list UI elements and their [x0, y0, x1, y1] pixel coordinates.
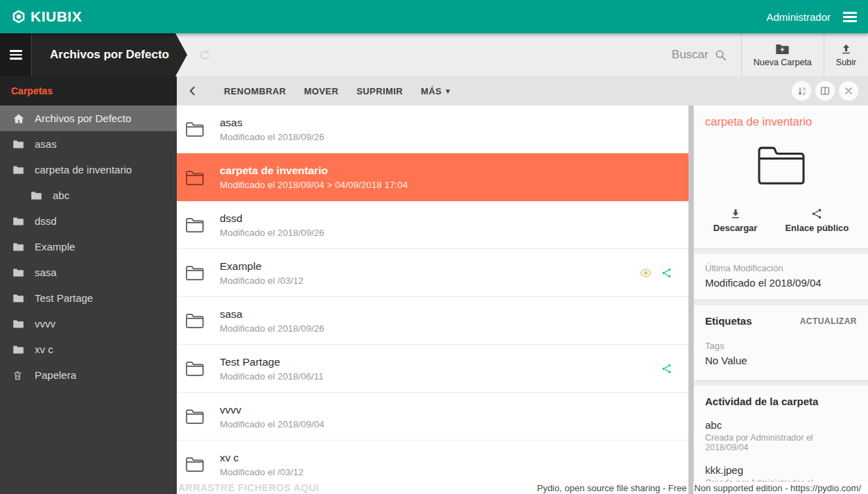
move-button[interactable]: MOVER [304, 86, 339, 96]
folders-panel-header: Carpetas [0, 76, 177, 105]
svg-text:A: A [802, 87, 805, 91]
selection-summary-section: carpeta de inventario Descarg [694, 105, 868, 249]
folder-icon [12, 165, 25, 175]
public-link-label: Enlace público [785, 223, 849, 233]
action-bar-row: Carpetas RENOMBRAR MOVER SUPRIMIR MÁS ▼ … [0, 76, 868, 105]
sidebar-item-test-partage[interactable]: Test Partage [0, 285, 177, 311]
watch-eye-icon[interactable] [639, 268, 652, 278]
activity-item-name: abc [705, 419, 857, 431]
file-row-test-partage[interactable]: Test Partage Modificado el 2018/06/11 [177, 345, 693, 393]
activity-item-meta: Creada por Administrador el 2018/09/04 [705, 433, 857, 452]
sidebar-item-sasa[interactable]: sasa [0, 259, 177, 285]
file-modified-date: Modificado el 2018/09/04 > 04/09/2018 17… [220, 180, 672, 190]
new-folder-button[interactable]: Nueva Carpeta [742, 43, 824, 67]
file-row-carpeta-de-inventario[interactable]: carpeta de inventario Modificado el 2018… [177, 153, 693, 201]
file-modified-date: Modificado el /03/12 [220, 467, 672, 477]
file-modified-date: Modificado el 2018/09/26 [220, 323, 672, 334]
file-name: carpeta de inventario [220, 164, 672, 177]
sort-button[interactable]: A Z [792, 81, 811, 101]
file-name: dssd [220, 212, 672, 225]
user-menu-label[interactable]: Administrador [766, 11, 831, 23]
pydio-credits-link[interactable]: Pydio, open source file sharing - Free /… [537, 483, 861, 493]
folder-icon [12, 268, 25, 278]
folder-icon [12, 293, 25, 303]
app-logo-text: KIUBIX [31, 8, 82, 25]
public-link-button[interactable]: Enlace público [785, 207, 849, 233]
file-row-sasa[interactable]: sasa Modificado el 2018/09/26 [177, 297, 693, 345]
download-label: Descargar [713, 223, 758, 233]
sidebar-item-label: dssd [35, 215, 57, 227]
last-modified-value: Modificado el 2018/09/04 [705, 277, 857, 289]
main-menu-hamburger-icon[interactable] [843, 12, 857, 22]
folder-outline-icon [185, 264, 205, 281]
sidebar-item-vvvv[interactable]: vvvv [0, 311, 177, 337]
folder-icon [12, 319, 25, 329]
sidebar-item-label: asas [35, 138, 57, 150]
file-modified-date: Modificado el 2018/09/26 [220, 132, 672, 142]
back-chevron-icon[interactable] [186, 85, 199, 97]
footer-bar: ARRASTRE FICHEROS AQUI Pydio, open sourc… [177, 482, 868, 494]
shared-link-icon[interactable] [661, 267, 672, 279]
home-icon [12, 113, 25, 124]
file-modified-date: Modificado el 2018/09/04 [220, 419, 672, 429]
file-name: xv c [220, 452, 672, 464]
file-modified-date: Modificado el 2018/09/26 [220, 228, 672, 238]
shared-link-icon[interactable] [661, 363, 672, 375]
folder-icon [12, 345, 25, 355]
sidebar-item-xv-c[interactable]: xv c [0, 337, 177, 362]
search-box[interactable]: Buscar [672, 48, 741, 62]
hamburger-icon [10, 50, 22, 60]
folder-icon [12, 139, 25, 149]
file-name: sasa [220, 308, 672, 321]
selection-action-bar: RENOMBRAR MOVER SUPRIMIR MÁS ▼ A Z [177, 76, 868, 105]
upload-button[interactable]: Subir [824, 42, 868, 67]
tags-section: Etiquetas ACTUALIZAR Tags No Value [694, 305, 868, 381]
activity-item: abc Creada por Administrador el 2018/09/… [705, 419, 857, 452]
vertical-scrollbar[interactable] [688, 105, 693, 494]
sidebar-item-archivos-por-defecto[interactable]: Archivos por Defecto [0, 105, 177, 131]
activity-item-name: kkk.jpeg [705, 464, 857, 476]
sidebar-item-label: Example [35, 241, 75, 253]
sidebar-toggle-button[interactable] [0, 33, 32, 76]
sidebar-item-example[interactable]: Example [0, 234, 177, 259]
tags-section-title: Etiquetas [705, 315, 752, 327]
folder-outline-icon [185, 408, 205, 425]
workspace-title-banner[interactable]: Archivos por Defecto [32, 33, 187, 76]
delete-button[interactable]: SUPRIMIR [356, 86, 403, 96]
columns-view-button[interactable] [815, 81, 835, 101]
sidebar-item-carpeta-de-inventario[interactable]: carpeta de inventario [0, 157, 177, 182]
svg-text:Z: Z [802, 92, 805, 96]
close-selection-button[interactable] [839, 81, 858, 101]
sidebar-item-label: vvvv [35, 318, 55, 330]
folder-icon [12, 242, 25, 252]
more-menu-button[interactable]: MÁS ▼ [421, 86, 451, 96]
refresh-icon[interactable] [198, 49, 211, 62]
sidebar-item-abc[interactable]: abc [0, 182, 177, 208]
rename-button[interactable]: RENOMBRAR [224, 86, 286, 96]
folder-outline-icon [185, 360, 205, 377]
sidebar-item-papelera[interactable]: Papelera [0, 362, 177, 388]
search-icon [714, 49, 727, 62]
workspace-title: Archivos por Defecto [50, 48, 169, 62]
upload-label: Subir [836, 58, 856, 67]
last-modified-label: Última Modificación [705, 263, 857, 273]
top-app-bar: KIUBIX Administrador [0, 0, 868, 33]
activity-section-title: Actividad de la carpeta [705, 395, 857, 407]
dropzone-hint-label: ARRASTRE FICHEROS AQUI [178, 482, 319, 493]
file-row-vvvv[interactable]: vvvv Modificado el 2018/09/04 [177, 393, 693, 441]
file-row-example[interactable]: Example Modificado el /03/12 [177, 249, 693, 297]
sidebar-item-label: abc [53, 189, 69, 201]
download-button[interactable]: Descargar [713, 207, 758, 233]
search-label: Buscar [672, 48, 709, 62]
sidebar-item-asas[interactable]: asas [0, 131, 177, 157]
folder-outline-icon [185, 312, 205, 329]
file-row-dssd[interactable]: dssd Modificado el 2018/09/26 [177, 201, 693, 249]
pydio-app: KIUBIX Administrador Archivos por Defect… [0, 0, 868, 494]
new-folder-icon [775, 43, 790, 56]
file-name: asas [220, 117, 672, 129]
update-tags-button[interactable]: ACTUALIZAR [800, 316, 857, 326]
folder-activity-section: Actividad de la carpeta abc Creada por A… [694, 386, 868, 494]
sidebar-item-dssd[interactable]: dssd [0, 208, 177, 234]
file-row-asas[interactable]: asas Modificado el 2018/09/26 [177, 105, 693, 153]
detail-panel: carpeta de inventario Descarg [693, 105, 868, 494]
